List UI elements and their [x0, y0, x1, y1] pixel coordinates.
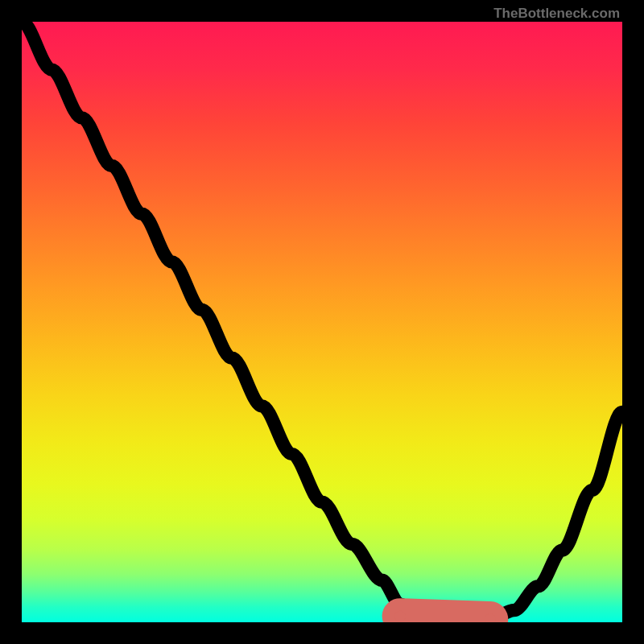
- optimal-left-endpoint: [394, 611, 405, 621]
- attribution-text: TheBottleneck.com: [493, 6, 620, 22]
- optimal-range-segment: [400, 617, 490, 620]
- curve-svg: [22, 22, 622, 622]
- plot-area: [22, 22, 622, 622]
- bottleneck-curve: [22, 22, 622, 622]
- chart-container: TheBottleneck.com: [0, 0, 644, 644]
